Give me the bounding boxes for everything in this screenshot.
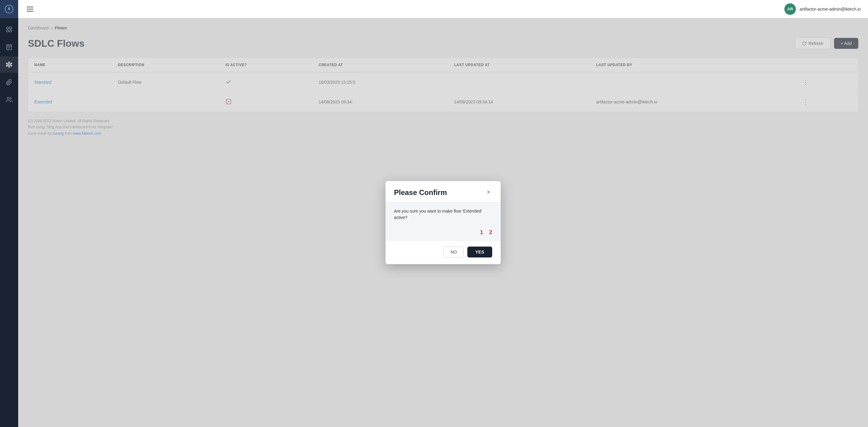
sidebar-item-dashboard[interactable] <box>0 21 18 37</box>
modal-number-1: 1 <box>480 229 483 236</box>
sidebar-item-calendar[interactable] <box>0 39 18 55</box>
modal-close-button[interactable]: × <box>485 188 492 196</box>
svg-point-19 <box>8 66 10 68</box>
modal-no-button[interactable]: NO <box>443 247 464 257</box>
modal-header: Please Confirm × <box>385 181 501 203</box>
svg-rect-3 <box>10 27 11 29</box>
svg-line-27 <box>7 64 8 64</box>
svg-point-28 <box>7 97 9 99</box>
svg-line-23 <box>10 64 10 64</box>
sidebar-item-clip[interactable] <box>0 74 18 90</box>
modal-title: Please Confirm <box>394 188 447 197</box>
user-email: artifactor-acme-admin@iktech.io <box>800 7 861 11</box>
calendar-icon <box>6 44 12 50</box>
svg-rect-5 <box>10 30 11 32</box>
confirm-modal: Please Confirm × Are you sure you want t… <box>385 181 501 264</box>
sidebar <box>0 0 18 427</box>
svg-point-15 <box>8 64 10 65</box>
modal-yes-button[interactable]: YES <box>467 247 492 257</box>
header-left <box>26 5 35 13</box>
svg-point-21 <box>6 63 7 64</box>
grid-icon <box>6 26 12 33</box>
svg-line-24 <box>10 65 10 65</box>
header-right: AR artifactor-acme-admin@iktech.io <box>784 3 861 15</box>
user-avatar: AR <box>784 3 796 15</box>
sidebar-logo <box>0 0 18 18</box>
svg-point-18 <box>11 65 12 66</box>
sidebar-item-network[interactable] <box>0 56 18 73</box>
app-header: AR artifactor-acme-admin@iktech.io <box>18 0 868 18</box>
sidebar-navigation <box>0 21 18 108</box>
svg-rect-4 <box>7 30 8 32</box>
svg-point-17 <box>11 63 12 64</box>
users-icon <box>6 96 12 103</box>
modal-overlay: Please Confirm × Are you sure you want t… <box>18 18 868 427</box>
hamburger-line-3 <box>27 11 33 11</box>
sidebar-item-users[interactable] <box>0 92 18 108</box>
svg-rect-2 <box>7 27 8 29</box>
modal-numbered-row: 1 2 <box>394 226 492 241</box>
page-content: Dashboard > Flows SDLC Flows Refresh + A… <box>18 18 868 427</box>
svg-line-26 <box>7 65 8 65</box>
modal-number-2: 2 <box>489 229 492 236</box>
hamburger-button[interactable] <box>26 5 35 13</box>
clip-icon <box>6 79 12 86</box>
modal-body: Are you sure you want to make flow 'Exte… <box>385 203 501 241</box>
main-wrapper: AR artifactor-acme-admin@iktech.io Dashb… <box>18 0 868 427</box>
network-icon <box>6 61 12 68</box>
hamburger-line-1 <box>27 7 33 7</box>
hamburger-line-2 <box>27 9 33 9</box>
modal-footer: NO YES <box>385 241 501 264</box>
svg-point-16 <box>8 62 10 63</box>
svg-point-20 <box>6 65 7 66</box>
svg-point-1 <box>8 8 10 10</box>
modal-message: Are you sure you want to make flow 'Exte… <box>394 208 492 226</box>
